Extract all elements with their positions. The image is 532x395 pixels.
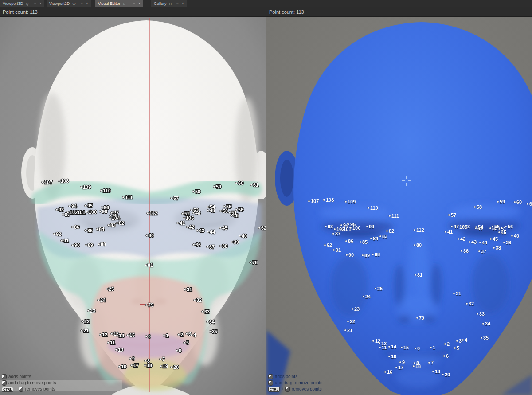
landmark-point[interactable] — [100, 190, 102, 192]
landmark-point[interactable] — [333, 249, 335, 251]
landmark-point[interactable] — [62, 214, 64, 216]
landmark-point[interactable] — [258, 227, 261, 229]
landmark-point[interactable] — [372, 254, 374, 255]
landmark-point[interactable] — [53, 233, 55, 235]
landmark-point[interactable] — [147, 212, 149, 215]
landmark-point[interactable] — [379, 347, 381, 348]
landmark-point[interactable] — [223, 206, 226, 208]
landmark-point[interactable] — [386, 230, 388, 232]
landmark-point[interactable] — [196, 230, 199, 232]
tab-menu-icon[interactable]: ≡ — [80, 0, 82, 7]
landmark-point[interactable] — [399, 361, 401, 363]
landmark-point[interactable] — [372, 340, 374, 342]
landmark-point[interactable] — [445, 231, 446, 233]
landmark-point[interactable] — [416, 317, 418, 319]
landmark-point[interactable] — [207, 206, 209, 208]
landmark-point[interactable] — [106, 288, 108, 290]
landmark-point[interactable] — [344, 329, 346, 331]
landmark-point[interactable] — [69, 205, 71, 207]
landmark-point[interactable] — [146, 235, 148, 237]
landmark-point[interactable] — [250, 262, 252, 264]
landmark-point[interactable] — [454, 347, 456, 349]
landmark-point[interactable] — [129, 358, 132, 360]
landmark-point[interactable] — [144, 364, 146, 367]
landmark-point[interactable] — [171, 197, 173, 199]
landmark-point[interactable] — [229, 212, 231, 214]
landmark-point[interactable] — [375, 288, 376, 289]
landmark-point[interactable] — [395, 367, 397, 368]
landmark-point[interactable] — [478, 250, 480, 252]
landmark-point[interactable] — [231, 241, 233, 243]
landmark-point[interactable] — [207, 231, 209, 233]
landmark-point[interactable] — [85, 244, 87, 246]
landmark-point[interactable] — [492, 226, 493, 227]
landmark-point[interactable] — [87, 310, 90, 312]
landmark-point[interactable] — [202, 311, 204, 313]
landmark-point[interactable] — [131, 364, 133, 367]
landmark-point[interactable] — [98, 243, 100, 246]
tab-menu-icon[interactable]: ≡ — [133, 0, 135, 7]
viewport-3d-blue-head[interactable]: 0123456789101112131415161718192021222324… — [266, 17, 532, 395]
landmark-point[interactable] — [163, 335, 165, 337]
landmark-point[interactable] — [325, 226, 327, 227]
landmark-point[interactable] — [99, 334, 102, 336]
landmark-point[interactable] — [207, 321, 209, 323]
landmark-point[interactable] — [184, 342, 186, 344]
landmark-point[interactable] — [347, 321, 349, 322]
landmark-point[interactable] — [340, 224, 342, 226]
landmark-point[interactable] — [101, 207, 103, 209]
landmark-point[interactable] — [481, 337, 482, 339]
tab-viewport2d[interactable]: Viewport2D W ≡ × — [47, 0, 91, 7]
landmark-point[interactable] — [527, 203, 528, 205]
landmark-point[interactable] — [127, 334, 129, 336]
landmark-point[interactable] — [61, 240, 63, 242]
landmark-point[interactable] — [368, 207, 369, 209]
landmark-point[interactable] — [191, 209, 193, 211]
landmark-point[interactable] — [58, 180, 60, 182]
landmark-point[interactable] — [118, 366, 121, 368]
landmark-point[interactable] — [194, 299, 196, 301]
landmark-point[interactable] — [493, 247, 495, 249]
landmark-point[interactable] — [466, 303, 468, 305]
landmark-point[interactable] — [448, 214, 450, 216]
landmark-point[interactable] — [56, 209, 58, 211]
landmark-point[interactable] — [183, 217, 185, 219]
viewport-3d-white-head[interactable]: 0123456789101112131415161718192021222324… — [0, 17, 266, 395]
landmark-point[interactable] — [85, 230, 87, 232]
landmark-point[interactable] — [219, 245, 222, 247]
tab-close-icon[interactable]: × — [39, 0, 42, 7]
landmark-point[interactable] — [432, 371, 434, 372]
landmark-point[interactable] — [184, 289, 186, 291]
landmark-point[interactable] — [379, 235, 381, 237]
landmark-point[interactable] — [176, 350, 178, 352]
landmark-point[interactable] — [346, 254, 348, 256]
landmark-point[interactable] — [209, 331, 211, 333]
landmark-point[interactable] — [462, 339, 464, 341]
landmark-point[interactable] — [67, 211, 69, 214]
landmark-point[interactable] — [430, 347, 432, 348]
landmark-point[interactable] — [414, 244, 415, 246]
landmark-point[interactable] — [348, 223, 349, 225]
landmark-point[interactable] — [366, 226, 368, 227]
landmark-point[interactable] — [489, 227, 491, 229]
landmark-point[interactable] — [514, 201, 516, 203]
landmark-point[interactable] — [332, 233, 334, 235]
landmark-point[interactable] — [160, 365, 162, 368]
landmark-point[interactable] — [220, 210, 222, 212]
landmark-point[interactable] — [458, 238, 459, 240]
landmark-point[interactable] — [461, 250, 462, 252]
landmark-point[interactable] — [115, 349, 117, 351]
landmark-point[interactable] — [352, 308, 353, 310]
landmark-point[interactable] — [98, 299, 100, 301]
tab-close-icon[interactable]: × — [138, 0, 141, 7]
tab-menu-icon[interactable]: ≡ — [176, 0, 178, 7]
landmark-point[interactable] — [345, 201, 347, 203]
landmark-point[interactable] — [207, 210, 209, 212]
landmark-point[interactable] — [414, 229, 415, 231]
landmark-point[interactable] — [456, 340, 458, 342]
landmark-point[interactable] — [415, 274, 416, 276]
landmark-point[interactable] — [80, 186, 82, 188]
landmark-point[interactable] — [186, 333, 188, 335]
landmark-point[interactable] — [145, 304, 148, 306]
landmark-point[interactable] — [360, 241, 361, 243]
